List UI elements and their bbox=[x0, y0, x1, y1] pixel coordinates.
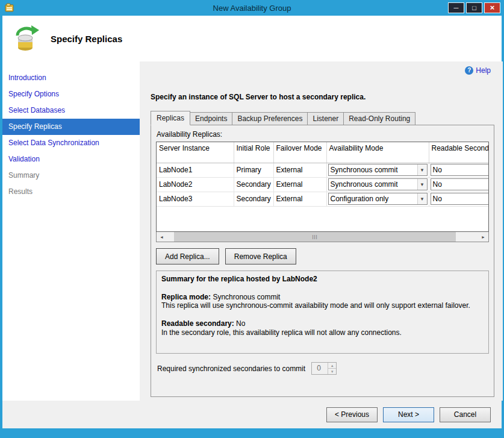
availability-mode-select[interactable]: Synchronous commit ▾ bbox=[328, 164, 428, 176]
required-secondaries-spinner[interactable]: 0 ▲ ▼ bbox=[311, 362, 337, 375]
readable-secondary-label: Readable secondary: bbox=[161, 319, 234, 328]
add-replica-button[interactable]: Add Replica... bbox=[156, 248, 219, 264]
scrollbar-track[interactable]: ||| bbox=[167, 232, 478, 242]
readable-secondary-value: No bbox=[433, 166, 442, 174]
readable-secondary-select[interactable]: No ▾ bbox=[431, 164, 490, 176]
column-header-server-instance[interactable]: Server Instance bbox=[157, 142, 234, 163]
table-row[interactable]: LabNode3 Secondary External Configuratio… bbox=[157, 192, 489, 206]
previous-button[interactable]: < Previous bbox=[326, 407, 378, 422]
availability-mode-value: Configuration only bbox=[331, 195, 389, 203]
availability-replicas-label: Availability Replicas: bbox=[157, 130, 489, 139]
sidebar-item-select-data-synchronization[interactable]: Select Data Synchronization bbox=[2, 135, 140, 151]
wizard-footer: < Previous Next > Cancel bbox=[2, 401, 502, 428]
availability-group-icon bbox=[13, 25, 41, 52]
tab-listener[interactable]: Listener bbox=[307, 112, 344, 125]
sidebar-item-specify-options[interactable]: Specify Options bbox=[2, 86, 140, 102]
help-icon: ? bbox=[465, 66, 473, 75]
summary-title: Summary for the replica hosted by LabNod… bbox=[161, 275, 484, 284]
column-header-failover-mode[interactable]: Failover Mode bbox=[273, 142, 326, 163]
tab-replicas[interactable]: Replicas bbox=[151, 111, 190, 125]
help-label: Help bbox=[476, 66, 491, 75]
scrollbar-grip-icon: ||| bbox=[312, 234, 317, 239]
cell-initial-role: Primary bbox=[234, 163, 273, 177]
chevron-down-icon[interactable]: ▾ bbox=[417, 193, 427, 204]
availability-mode-value: Synchronous commit bbox=[331, 180, 398, 189]
replica-mode-line: Replica mode: Synchronous commit bbox=[161, 293, 484, 302]
help-link[interactable]: ? Help bbox=[465, 66, 491, 75]
spinner-value: 0 bbox=[312, 363, 328, 374]
chevron-down-icon[interactable]: ▾ bbox=[417, 164, 427, 175]
next-button[interactable]: Next > bbox=[383, 407, 434, 422]
spin-up-icon[interactable]: ▲ bbox=[328, 363, 336, 369]
remove-replica-button[interactable]: Remove Replica bbox=[225, 248, 296, 264]
cell-initial-role: Secondary bbox=[234, 177, 273, 192]
readable-secondary-description: In the secondary role, this availability… bbox=[161, 328, 484, 337]
replicas-tab-panel: Availability Replicas: Server Instance I… bbox=[151, 125, 494, 397]
chevron-down-icon[interactable]: ▾ bbox=[417, 179, 427, 190]
wizard-steps-sidebar: Introduction Specify Options Select Data… bbox=[2, 61, 140, 401]
sidebar-item-select-databases[interactable]: Select Databases bbox=[2, 102, 140, 119]
cell-server-instance[interactable]: LabNode3 bbox=[157, 192, 234, 206]
column-header-availability-mode[interactable]: Availability Mode bbox=[326, 142, 429, 163]
replica-mode-label: Replica mode: bbox=[161, 293, 211, 301]
scroll-right-icon[interactable]: ► bbox=[478, 232, 488, 242]
required-secondaries-label: Required synchronized secondaries to com… bbox=[157, 364, 305, 373]
new-availability-group-window: New Availability Group ─ □ × Specify Rep… bbox=[0, 0, 504, 438]
sidebar-item-validation[interactable]: Validation bbox=[2, 151, 140, 167]
table-row[interactable]: LabNode1 Primary External Synchronous co… bbox=[157, 163, 489, 177]
tab-endpoints[interactable]: Endpoints bbox=[190, 112, 232, 125]
app-icon bbox=[5, 3, 14, 13]
titlebar[interactable]: New Availability Group ─ □ × bbox=[2, 0, 502, 16]
minimize-button[interactable]: ─ bbox=[448, 2, 464, 13]
close-button[interactable]: × bbox=[484, 2, 500, 13]
scrollbar-thumb[interactable]: ||| bbox=[174, 232, 456, 242]
cell-server-instance[interactable]: LabNode2 bbox=[157, 177, 234, 192]
maximize-button[interactable]: □ bbox=[466, 2, 482, 13]
page-title: Specify Replicas bbox=[51, 34, 122, 44]
replicas-grid: Server Instance Initial Role Failover Mo… bbox=[156, 142, 489, 232]
scroll-left-icon[interactable]: ◄ bbox=[157, 232, 167, 242]
readable-secondary-value: No bbox=[433, 195, 442, 203]
replica-summary-box: Summary for the replica hosted by LabNod… bbox=[156, 271, 489, 354]
column-header-readable-secondary[interactable]: Readable Secondary bbox=[429, 142, 489, 163]
readable-secondary-select[interactable]: No ▾ bbox=[431, 178, 490, 190]
column-header-initial-role[interactable]: Initial Role bbox=[234, 142, 273, 163]
cell-failover-mode: External bbox=[273, 192, 326, 206]
tab-read-only-routing[interactable]: Read-Only Routing bbox=[343, 112, 415, 125]
cell-failover-mode: External bbox=[273, 163, 326, 177]
horizontal-scrollbar[interactable]: ◄ ||| ► bbox=[156, 232, 489, 242]
availability-mode-select[interactable]: Synchronous commit ▾ bbox=[328, 178, 428, 190]
window-title: New Availability Group bbox=[2, 4, 502, 13]
wizard-header: Specify Replicas bbox=[2, 16, 502, 61]
table-row[interactable]: LabNode2 Secondary External Synchronous … bbox=[157, 177, 489, 192]
replica-mode-value: Synchronous commit bbox=[213, 293, 280, 301]
availability-mode-value: Synchronous commit bbox=[331, 166, 398, 174]
spin-down-icon[interactable]: ▼ bbox=[328, 369, 336, 374]
availability-mode-select[interactable]: Configuration only ▾ bbox=[328, 193, 428, 205]
replica-mode-description: This replica will use synchronous-commit… bbox=[161, 301, 484, 310]
tab-backup-preferences[interactable]: Backup Preferences bbox=[232, 112, 308, 125]
readable-secondary-summary-value: No bbox=[236, 319, 245, 328]
sidebar-item-summary: Summary bbox=[2, 167, 140, 184]
readable-secondary-value: No bbox=[433, 180, 442, 189]
tab-strip: Replicas Endpoints Backup Preferences Li… bbox=[151, 111, 494, 125]
readable-secondary-select[interactable]: No ▾ bbox=[431, 193, 490, 205]
readable-secondary-line: Readable secondary: No bbox=[161, 319, 484, 328]
table-header-row: Server Instance Initial Role Failover Mo… bbox=[157, 142, 489, 163]
sidebar-item-introduction[interactable]: Introduction bbox=[2, 70, 140, 86]
sidebar-item-results: Results bbox=[2, 184, 140, 200]
cell-server-instance[interactable]: LabNode1 bbox=[157, 163, 234, 177]
sidebar-item-specify-replicas[interactable]: Specify Replicas bbox=[2, 119, 140, 135]
cancel-button[interactable]: Cancel bbox=[440, 407, 491, 422]
instruction-text: Specify an instance of SQL Server to hos… bbox=[151, 93, 494, 101]
cell-initial-role: Secondary bbox=[234, 192, 273, 206]
main-content: ? Help Specify an instance of SQL Server… bbox=[140, 61, 503, 401]
cell-failover-mode: External bbox=[273, 177, 326, 192]
